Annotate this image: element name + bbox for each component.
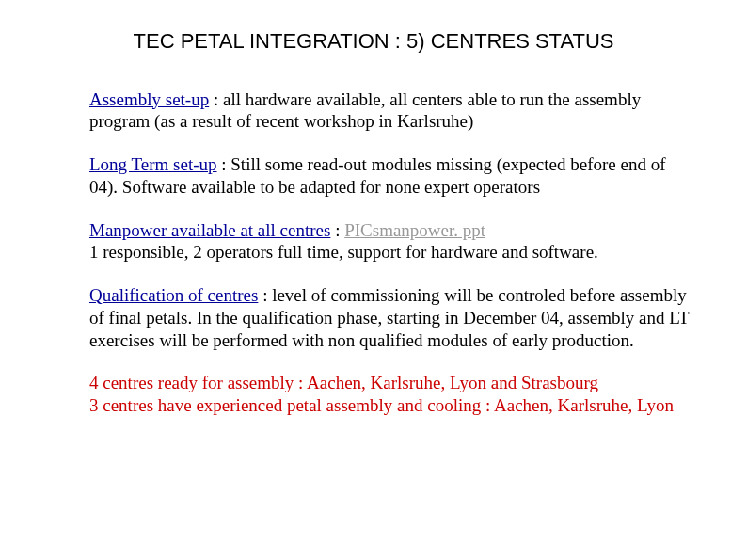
paragraph-assembly-setup: Assembly set-up : all hardware available… [89, 88, 691, 134]
text-centres-ready: 4 centres ready for assembly : Aachen, K… [89, 373, 598, 392]
paragraph-qualification: Qualification of centres : level of comm… [89, 284, 691, 351]
paragraph-centres-summary: 4 centres ready for assembly : Aachen, K… [89, 372, 691, 417]
paragraph-manpower: Manpower available at all centres : PICs… [89, 219, 691, 264]
text-manpower: 1 responsible, 2 operators full time, su… [89, 242, 598, 262]
lead-long-term-setup: Long Term set-up [89, 154, 217, 174]
lead-qualification: Qualification of centres [89, 285, 258, 305]
page-title: TEC PETAL INTEGRATION : 5) CENTRES STATU… [56, 28, 691, 55]
manpower-link[interactable]: PICsmanpower. ppt [344, 220, 485, 240]
lead-manpower: Manpower available at all centres [89, 220, 330, 240]
lead-assembly-setup: Assembly set-up [89, 89, 209, 109]
text-centres-experienced: 3 centres have experienced petal assembl… [89, 395, 674, 415]
colon-manpower: : [330, 220, 344, 240]
paragraph-long-term-setup: Long Term set-up : Still some read-out m… [89, 153, 691, 199]
